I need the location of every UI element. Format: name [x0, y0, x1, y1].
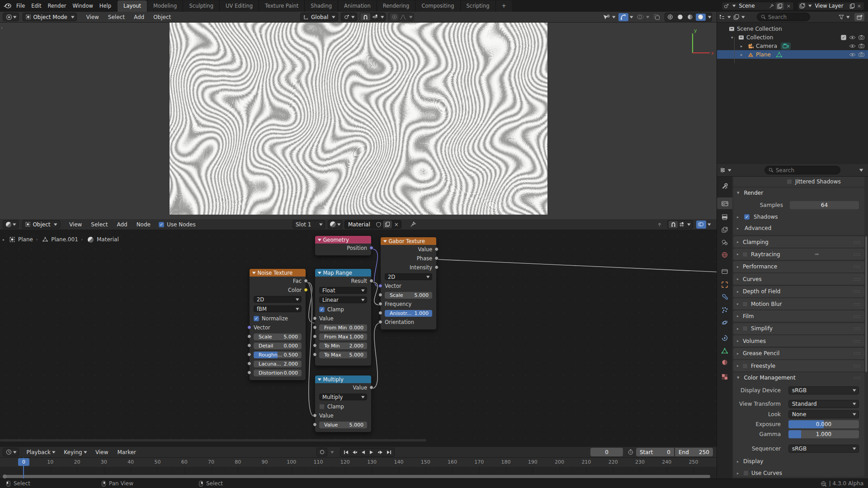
properties-tab-viewlayer[interactable] — [717, 224, 732, 235]
viewport-editor-type-button[interactable]: ▼ — [3, 13, 19, 21]
node-row-from-min[interactable]: From Min0.000 — [315, 323, 371, 332]
panel-render-header[interactable]: ▼Render — [733, 188, 864, 198]
socket-orientation[interactable] — [378, 320, 382, 324]
properties-tab-tool[interactable] — [717, 180, 732, 192]
shader-menu-add[interactable]: Add — [112, 221, 132, 228]
node-row-to-max[interactable]: To Max5.000 — [315, 350, 371, 359]
socket-anisotr[interactable] — [378, 311, 382, 315]
properties-tab-world[interactable] — [717, 249, 732, 261]
look-select[interactable]: None▼ — [788, 410, 859, 418]
node-slider-scale[interactable]: Scale5.000 — [254, 333, 302, 340]
node-hscrollbar[interactable] — [0, 439, 426, 441]
socket-from-max[interactable] — [313, 334, 317, 338]
tab-compositing[interactable]: Compositing — [415, 0, 460, 12]
shader-editor-type-button[interactable]: ▼ — [3, 220, 19, 229]
unlink-scene-icon[interactable]: × — [786, 3, 792, 9]
out-label[interactable]: Plane — [756, 52, 771, 58]
prev-keyframe-button[interactable] — [350, 450, 359, 455]
node-header-gabor-texture[interactable]: ▼Gabor Texture — [381, 237, 436, 245]
properties-tab-constraint[interactable] — [717, 332, 732, 344]
disable-render-icon[interactable] — [859, 52, 864, 57]
node-collapse-icon[interactable]: ▼ — [252, 271, 256, 275]
view-transform-select[interactable]: Standard▼ — [788, 400, 859, 408]
timeline-hscrollbar[interactable] — [4, 475, 710, 478]
node-header-geometry[interactable]: ▼Geometry — [315, 236, 371, 244]
node-gabor-texture[interactable]: ▼Gabor TextureValuePhaseIntensity2D▼Vect… — [380, 237, 437, 330]
timeline-menu-keying[interactable]: Keying▼ — [59, 449, 91, 455]
properties-search[interactable]: Search — [764, 166, 840, 174]
panel-freestyle[interactable]: ▸Freestyle:::: — [733, 360, 864, 371]
outliner-row-plane[interactable]: ▸Plane — [717, 50, 868, 59]
timeline-menu-marker[interactable]: Marker — [113, 449, 141, 455]
node-header-noise-texture[interactable]: ▼Noise Texture — [250, 269, 306, 277]
tab-modeling[interactable]: Modeling — [147, 0, 183, 12]
add-workspace-button[interactable]: + — [495, 0, 512, 12]
node-row-fbm[interactable]: fBM▼ — [250, 304, 306, 314]
out-label[interactable]: Scene Collection — [737, 26, 782, 32]
meshdata-icon[interactable] — [774, 51, 784, 58]
next-keyframe-button[interactable] — [376, 450, 384, 455]
outliner-filter-display[interactable]: ▼ — [734, 14, 744, 20]
remove-view-layer-icon[interactable]: × — [856, 3, 862, 9]
subpanel-display[interactable]: ▸Display — [737, 458, 763, 465]
timeline-menu-view[interactable]: View — [91, 449, 113, 455]
node-slider-from-max[interactable]: From Max1.000 — [319, 333, 367, 340]
tab-layout[interactable]: Layout — [118, 0, 147, 12]
node-slider-roughn[interactable]: Roughn...0.500 — [254, 352, 302, 358]
new-collection-button[interactable] — [854, 13, 864, 21]
sequencer-select[interactable]: sRGB▼ — [788, 445, 859, 453]
properties-tab-modifier[interactable] — [717, 291, 732, 303]
node-slider-from-min[interactable]: From Min0.000 — [319, 324, 367, 331]
node-row-2d[interactable]: 2D▼ — [381, 272, 436, 282]
viewport-menu-object[interactable]: Object — [149, 14, 175, 20]
socket-phase[interactable] — [434, 256, 439, 260]
properties-tab-output[interactable] — [717, 211, 732, 223]
fake-user-shield-icon[interactable] — [375, 222, 383, 227]
mode-dropdown[interactable]: Object Mode ▼ — [23, 13, 77, 21]
node-row-to-min[interactable]: To Min2.000 — [315, 341, 371, 350]
properties-tab-data[interactable] — [717, 345, 732, 357]
display-device-select[interactable]: sRGB▼ — [788, 386, 859, 394]
shading-material-icon[interactable] — [686, 14, 695, 21]
socket-lacuna[interactable] — [247, 361, 251, 366]
node-slider-anisotr[interactable]: Anisotr...1.000 — [385, 310, 432, 317]
socket-color[interactable] — [304, 288, 308, 292]
properties-tab-physics[interactable] — [717, 317, 732, 328]
socket-roughn[interactable] — [247, 352, 251, 357]
node-row-lacuna[interactable]: Lacuna...2.000 — [250, 359, 306, 368]
breadcrumb-object[interactable]: Plane — [18, 236, 33, 243]
node-row-from-max[interactable]: From Max1.000 — [315, 332, 371, 341]
node-slider-detail[interactable]: Detail0.000 — [254, 343, 302, 349]
socket-fac[interactable] — [304, 279, 308, 283]
jittered-shadows-checkbox[interactable] — [787, 179, 792, 184]
node-dropdown-2d[interactable]: 2D▼ — [254, 296, 302, 303]
node-collapse-icon[interactable]: ▼ — [383, 239, 387, 243]
frame-start-field[interactable]: Start0 — [636, 448, 674, 456]
node-checkbox-normalize[interactable]: ✓ — [254, 316, 259, 321]
properties-tab-render[interactable] — [717, 197, 732, 209]
tab-scripting[interactable]: Scripting — [460, 0, 495, 12]
node-dropdown-fbm[interactable]: fBM▼ — [254, 305, 302, 312]
pin-icon[interactable] — [769, 4, 774, 9]
snap-magnet-icon[interactable] — [360, 13, 370, 21]
properties-tab-particles[interactable] — [717, 304, 732, 316]
new-view-layer-icon[interactable] — [850, 4, 854, 9]
use-nodes-toggle[interactable]: ✓ Use Nodes — [159, 221, 196, 228]
use-preview-range-icon[interactable] — [626, 449, 635, 455]
node-checkbox-clamp[interactable] — [319, 404, 325, 409]
slot-dropdown[interactable]: Slot 1 ▼ — [292, 220, 325, 229]
collection-checkbox[interactable]: ✓ — [841, 35, 846, 40]
menu-help[interactable]: Help — [96, 0, 114, 12]
socket-detail[interactable] — [247, 343, 251, 347]
panel-curves[interactable]: ▸Curves:::: — [733, 273, 864, 285]
socket-vector[interactable] — [378, 284, 382, 288]
tab-sculpting[interactable]: Sculpting — [183, 0, 219, 12]
socket-frequency[interactable] — [378, 302, 382, 306]
tab-rendering[interactable]: Rendering — [377, 0, 415, 12]
proportional-edit-icon[interactable] — [390, 14, 398, 21]
node-row-normalize[interactable]: ✓Normalize — [250, 314, 306, 323]
socket-result[interactable] — [369, 279, 373, 283]
timeline-editor-type-button[interactable]: ▼ — [3, 448, 19, 456]
node-snap-grid-icon[interactable] — [678, 222, 686, 227]
node-row-detail[interactable]: Detail0.000 — [250, 341, 306, 350]
